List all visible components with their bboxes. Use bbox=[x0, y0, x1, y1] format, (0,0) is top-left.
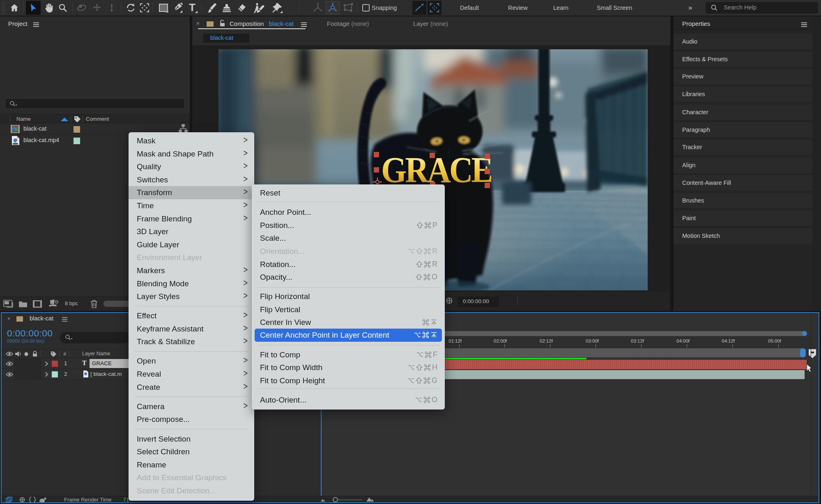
svg-text:T: T bbox=[189, 2, 195, 14]
